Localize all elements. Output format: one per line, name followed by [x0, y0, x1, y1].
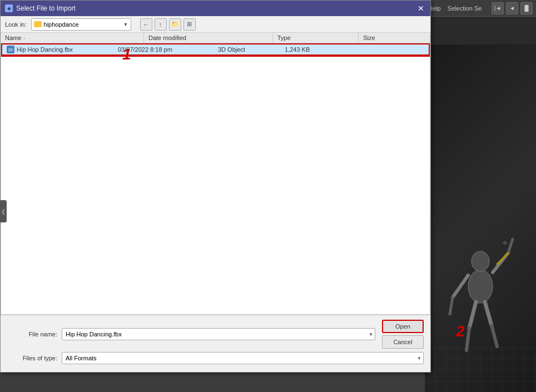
col-date[interactable]: Date modified	[144, 33, 273, 43]
svg-line-2	[453, 275, 468, 297]
file-date-cell: 03/07/2022 8:18 pm	[113, 45, 214, 54]
look-in-label: Look in:	[5, 21, 27, 28]
svg-line-5	[508, 239, 513, 253]
viewport-icon-1[interactable]: |◄	[492, 2, 504, 14]
file-list-area: Name ↑ Date modified Type Size 3D Hip Ho…	[1, 33, 430, 315]
file-name-row: File name: Hip Hop Dancing.fbx ▼ Open Ca…	[7, 320, 424, 349]
dialog-icon: ◈	[5, 4, 13, 12]
sort-indicator: ↑	[23, 36, 25, 41]
import-dialog: ◈ Select File to Import ✕ Look in: hipho…	[0, 0, 431, 373]
files-of-type-label: Files of type:	[7, 355, 57, 361]
file-table-header: Name ↑ Date modified Type Size	[1, 33, 430, 43]
svg-line-7	[466, 328, 469, 350]
new-folder-button[interactable]: 📁	[169, 18, 181, 31]
folder-icon	[34, 21, 42, 27]
title-bar: ◈ Select File to Import ✕	[1, 1, 430, 16]
combo-arrow-icon: ▼	[123, 22, 128, 27]
col-name[interactable]: Name ↑	[1, 33, 144, 43]
file-size-cell: 1,243 KB	[280, 45, 336, 54]
back-button[interactable]: ←	[140, 18, 152, 31]
dialog-buttons: Open Cancel	[382, 320, 424, 349]
file-name: Hip Hop Dancing.fbx	[17, 46, 73, 53]
col-size[interactable]: Size	[359, 33, 430, 43]
svg-line-8	[485, 302, 492, 325]
files-of-type-combo[interactable]: All Formats	[62, 352, 424, 364]
viewport-panel: Help Selection Se |◄ ◄ ▐▌	[425, 0, 536, 392]
fbx-icon: 3D	[7, 46, 14, 53]
files-of-type-row: Files of type: All Formats ▼	[7, 352, 424, 364]
svg-point-1	[472, 251, 489, 271]
resize-handle[interactable]: ❮	[0, 200, 7, 222]
files-of-type-wrap: All Formats ▼	[62, 352, 424, 364]
svg-point-0	[468, 270, 493, 303]
close-button[interactable]: ✕	[416, 3, 426, 13]
dialog-title: Select File to Import	[16, 4, 416, 12]
cancel-button[interactable]: Cancel	[382, 335, 424, 349]
view-button[interactable]: ⊞	[183, 18, 196, 31]
viewport-toolbar: Help Selection Se |◄ ◄ ▐▌	[425, 0, 536, 17]
open-button[interactable]: Open	[382, 320, 424, 333]
file-type-cell: 3D Object	[214, 45, 280, 54]
robot-figure: ⊹	[447, 220, 514, 359]
file-row[interactable]: 3D Hip Hop Dancing.fbx 03/07/2022 8:18 p…	[1, 43, 430, 56]
up-button[interactable]: ↑	[155, 18, 167, 31]
file-name-cell: 3D Hip Hop Dancing.fbx	[2, 44, 113, 54]
toolbar-row: Look in: hiphopdance ▼ ← ↑ 📁 ⊞	[1, 16, 430, 33]
bottom-section: File name: Hip Hop Dancing.fbx ▼ Open Ca…	[1, 315, 430, 372]
folder-name: hiphopdance	[44, 21, 79, 28]
viewport-icon-3[interactable]: ▐▌	[520, 2, 533, 14]
svg-line-9	[492, 325, 497, 346]
file-list-body: 3D Hip Hop Dancing.fbx 03/07/2022 8:18 p…	[1, 43, 430, 315]
3d-viewport: ⊹	[425, 44, 536, 392]
selection-label: Selection Se	[448, 5, 482, 12]
svg-line-6	[469, 302, 476, 328]
col-type[interactable]: Type	[272, 33, 359, 43]
file-name-label: File name:	[7, 331, 57, 338]
file-name-input-wrap: Hip Hop Dancing.fbx ▼	[62, 328, 375, 340]
svg-line-3	[450, 297, 453, 314]
svg-text:⊹: ⊹	[503, 240, 507, 246]
viewport-icon-2[interactable]: ◄	[506, 2, 518, 14]
look-in-combo[interactable]: hiphopdance ▼	[31, 18, 131, 31]
file-name-combo[interactable]: Hip Hop Dancing.fbx	[62, 328, 375, 340]
